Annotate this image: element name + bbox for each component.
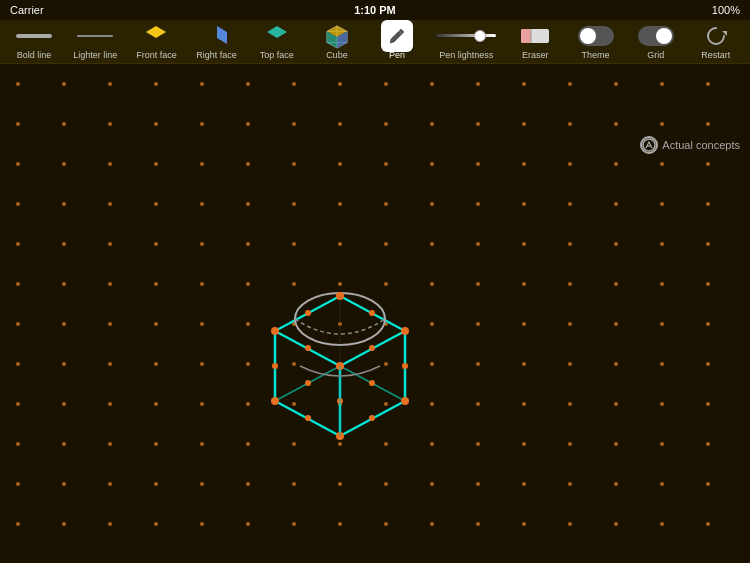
pen-active-bg — [381, 20, 413, 52]
tool-grid[interactable]: Grid — [631, 22, 681, 62]
tool-right-face[interactable]: Right face — [192, 22, 242, 62]
top-face-label: Top face — [260, 50, 294, 60]
tool-theme[interactable]: Theme — [571, 22, 621, 62]
pen-icon — [388, 27, 406, 45]
tool-restart[interactable]: Restart — [691, 22, 741, 62]
svg-point-41 — [272, 363, 278, 369]
svg-point-36 — [369, 310, 375, 316]
time-label: 1:10 PM — [354, 4, 396, 16]
tool-top-face[interactable]: Top face — [252, 22, 302, 62]
canvas-area[interactable]: Actual concepts — [0, 64, 750, 563]
battery-label: 100% — [712, 4, 740, 16]
lighter-line-label: Lighter line — [73, 50, 117, 60]
toolbar: Bold line Lighter line Front face Right … — [0, 20, 750, 64]
lighter-line-icon — [77, 35, 113, 37]
bold-line-label: Bold line — [17, 50, 52, 60]
svg-point-30 — [401, 327, 409, 335]
tool-front-face[interactable]: Front face — [131, 22, 181, 62]
eraser-label: Eraser — [522, 50, 549, 60]
svg-marker-2 — [267, 26, 287, 38]
pen-lightness-icon — [436, 34, 496, 37]
svg-point-37 — [305, 310, 311, 316]
tool-pen[interactable]: Pen — [372, 22, 422, 62]
isometric-drawing — [0, 64, 750, 563]
svg-point-38 — [369, 345, 375, 351]
cube-icon — [324, 23, 350, 49]
front-face-icon — [144, 24, 168, 48]
svg-point-40 — [402, 363, 408, 369]
eraser-icon — [521, 27, 549, 45]
right-face-label: Right face — [196, 50, 237, 60]
theme-label: Theme — [582, 50, 610, 60]
restart-label: Restart — [701, 50, 730, 60]
svg-rect-12 — [521, 29, 531, 43]
pen-lightness-label: Pen lightness — [439, 50, 493, 60]
svg-point-31 — [271, 327, 279, 335]
tool-cube[interactable]: Cube — [312, 22, 362, 62]
pen-label: Pen — [389, 50, 405, 60]
svg-point-42 — [369, 380, 375, 386]
svg-marker-0 — [146, 26, 166, 38]
svg-point-44 — [369, 415, 375, 421]
tool-lighter-line[interactable]: Lighter line — [69, 22, 121, 62]
svg-point-39 — [305, 345, 311, 351]
restart-icon — [705, 25, 727, 47]
carrier-label: Carrier — [10, 4, 44, 16]
theme-toggle-icon — [578, 26, 614, 46]
tool-pen-lightness[interactable]: Pen lightness — [432, 22, 500, 62]
tool-eraser[interactable]: Eraser — [510, 22, 560, 62]
watermark-logo — [640, 136, 658, 154]
right-face-icon — [205, 24, 229, 48]
svg-point-43 — [305, 380, 311, 386]
watermark: Actual concepts — [640, 136, 740, 154]
tool-bold-line[interactable]: Bold line — [9, 22, 59, 62]
bold-line-icon — [16, 34, 52, 38]
grid-label: Grid — [647, 50, 664, 60]
cube-label: Cube — [326, 50, 348, 60]
svg-marker-1 — [217, 26, 227, 44]
grid-toggle-icon — [638, 26, 674, 46]
svg-point-45 — [305, 415, 311, 421]
watermark-text: Actual concepts — [662, 139, 740, 151]
svg-point-33 — [401, 397, 409, 405]
front-face-label: Front face — [136, 50, 177, 60]
top-face-icon — [265, 24, 289, 48]
svg-point-34 — [271, 397, 279, 405]
status-bar: Carrier 1:10 PM 100% — [0, 0, 750, 20]
